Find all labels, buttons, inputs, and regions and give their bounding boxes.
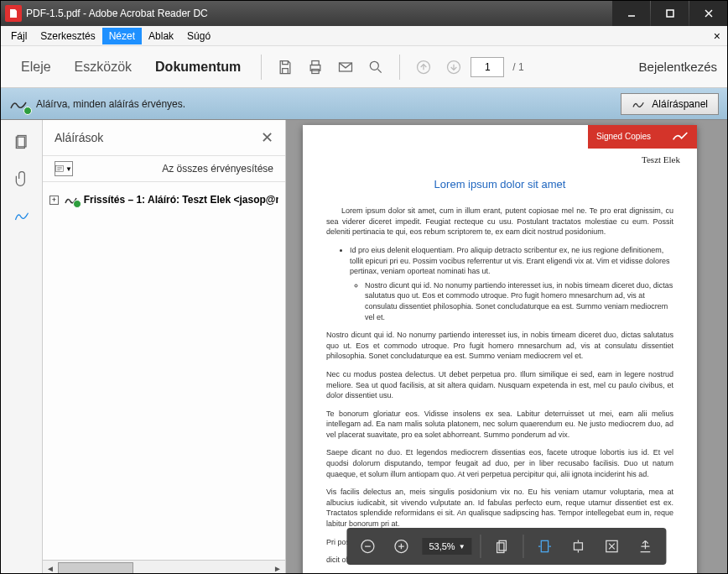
fit-page-icon[interactable] xyxy=(490,534,515,559)
fit-height-icon[interactable] xyxy=(566,534,591,559)
print-icon[interactable] xyxy=(302,54,329,81)
doc-paragraph: Lorem ipsum dolor sit amet, cum in illum… xyxy=(326,206,673,237)
sidebar-title: Aláírások xyxy=(55,131,103,144)
tab-home[interactable]: Eleje xyxy=(11,56,61,78)
menubar: Fájl Szerkesztés Nézet Ablak Súgó × xyxy=(1,26,727,46)
floating-view-toolbar: 53,5%▼ xyxy=(346,528,666,565)
document-title: Lorem ipsum dolor sit amet xyxy=(326,177,673,192)
window-title: PDF-1.5.pdf - Adobe Acrobat Reader DC xyxy=(26,8,611,19)
svg-rect-6 xyxy=(312,69,319,73)
signature-entry-icon xyxy=(64,194,79,206)
fullscreen-icon[interactable] xyxy=(600,534,625,559)
login-link[interactable]: Bejelentkezés xyxy=(639,60,717,74)
attachments-icon[interactable] xyxy=(12,169,32,189)
signature-tree-item[interactable]: + Frissítés – 1: Aláíró: Teszt Elek <jas… xyxy=(46,189,282,211)
tree-expand-icon[interactable]: + xyxy=(49,196,59,205)
sidebar-horizontal-scrollbar[interactable]: ◄ ► xyxy=(43,560,285,574)
signature-status-bar: Aláírva, minden aláírás érvényes. Aláírá… xyxy=(1,88,727,120)
window-maximize-button[interactable] xyxy=(651,1,689,26)
window-close-button[interactable] xyxy=(689,1,727,26)
main-toolbar: Eleje Eszközök Dokumentum / 1 Bejelentke… xyxy=(1,46,727,88)
svg-rect-26 xyxy=(575,543,583,550)
doc-paragraph: Nec cu modus postea delectus. Ut debet p… xyxy=(326,369,673,401)
app-icon xyxy=(5,5,22,22)
document-viewport[interactable]: Signed Copies Teszt Elek Lorem ipsum dol… xyxy=(286,120,727,574)
validate-all-link[interactable]: Az összes érvényesítése xyxy=(162,163,273,175)
zoom-in-icon[interactable] xyxy=(388,534,413,559)
pen-icon xyxy=(672,131,689,143)
fit-width-icon[interactable] xyxy=(533,534,558,559)
check-badge-icon xyxy=(23,107,32,115)
doc-list-item: Id pro eius delenit eloquentiam. Pro ali… xyxy=(350,245,673,277)
doc-paragraph: Saepe dicant no duo. Et legendos mediocr… xyxy=(326,447,673,479)
svg-rect-24 xyxy=(497,543,504,553)
floatbar-separator xyxy=(523,535,524,558)
menu-file[interactable]: Fájl xyxy=(4,28,34,44)
tab-tools[interactable]: Eszközök xyxy=(65,56,142,78)
menubar-close-icon[interactable]: × xyxy=(714,29,720,43)
scroll-left-arrow-icon[interactable]: ◄ xyxy=(43,561,58,574)
svg-rect-23 xyxy=(499,540,506,551)
toolbar-separator xyxy=(399,55,400,80)
sidebar-close-icon[interactable]: ✕ xyxy=(261,128,273,147)
pdf-page: Signed Copies Teszt Elek Lorem ipsum dol… xyxy=(303,125,697,574)
document-body: Lorem ipsum dolor sit amet, cum in illum… xyxy=(326,206,673,566)
email-icon[interactable] xyxy=(332,54,359,81)
svg-point-8 xyxy=(371,61,379,70)
signature-valid-icon xyxy=(9,96,29,112)
signature-status-text: Aláírva, minden aláírás érvényes. xyxy=(36,98,621,110)
zoom-out-icon[interactable] xyxy=(355,534,380,559)
svg-rect-25 xyxy=(541,540,548,551)
scrollbar-thumb[interactable] xyxy=(58,562,133,574)
svg-line-9 xyxy=(378,69,382,72)
main-area: Aláírások ✕ ▼ Az összes érvényesítése + … xyxy=(1,120,727,574)
toolbar-separator xyxy=(261,55,262,80)
sidebar-options-icon[interactable]: ▼ xyxy=(55,161,73,176)
window-titlebar: PDF-1.5.pdf - Adobe Acrobat Reader DC xyxy=(1,1,727,26)
read-mode-icon[interactable] xyxy=(633,534,658,559)
tab-document[interactable]: Dokumentum xyxy=(145,56,251,78)
signatures-icon[interactable] xyxy=(12,206,32,226)
signer-name: Teszt Elek xyxy=(642,154,680,166)
prev-page-icon[interactable] xyxy=(410,54,437,81)
doc-paragraph: Nostro dicunt qui id. No nonumy partiend… xyxy=(326,330,673,362)
signature-panel-label: Aláíráspanel xyxy=(652,98,708,110)
left-rail xyxy=(1,120,43,574)
menu-window[interactable]: Ablak xyxy=(142,28,180,44)
zoom-value: 53,5% xyxy=(429,541,455,551)
signed-copies-badge[interactable]: Signed Copies xyxy=(588,125,697,149)
doc-paragraph: Te bonorum gloriatur eos. Vidisse insole… xyxy=(326,409,673,441)
page-total-label: / 1 xyxy=(512,61,523,73)
menu-edit[interactable]: Szerkesztés xyxy=(34,28,101,44)
check-badge-icon xyxy=(73,200,81,208)
signature-tree: + Frissítés – 1: Aláíró: Teszt Elek <jas… xyxy=(43,182,285,560)
signature-entry-label: Frissítés – 1: Aláíró: Teszt Elek <jasop… xyxy=(84,194,278,206)
search-icon[interactable] xyxy=(362,54,389,81)
menu-help[interactable]: Súgó xyxy=(180,28,217,44)
zoom-level-select[interactable]: 53,5%▼ xyxy=(422,538,471,555)
thumbnails-icon[interactable] xyxy=(12,132,32,152)
menu-view[interactable]: Nézet xyxy=(102,28,142,44)
svg-rect-1 xyxy=(667,10,673,17)
signatures-sidebar: Aláírások ✕ ▼ Az összes érvényesítése + … xyxy=(43,120,286,574)
page-number-input[interactable] xyxy=(471,57,504,77)
scroll-right-arrow-icon[interactable]: ► xyxy=(270,561,285,574)
floatbar-separator xyxy=(481,535,481,558)
window-minimize-button[interactable] xyxy=(612,1,650,26)
doc-list-subitem: Nostro dicunt qui id. No nonumy partiend… xyxy=(365,280,673,322)
signature-panel-button[interactable]: Aláíráspanel xyxy=(621,93,719,115)
signed-badge-label: Signed Copies xyxy=(596,131,651,143)
next-page-icon[interactable] xyxy=(440,54,467,81)
save-icon[interactable] xyxy=(272,54,299,81)
svg-rect-5 xyxy=(312,60,319,65)
doc-paragraph: Vis facilis delectus an, meis singulis p… xyxy=(326,487,673,529)
